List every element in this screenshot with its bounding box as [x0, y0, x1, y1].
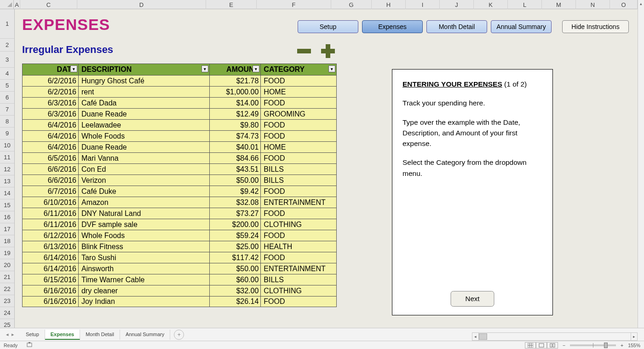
- table-row[interactable]: 6/4/2016Whole Foods$74.73FOOD: [23, 131, 337, 142]
- table-row[interactable]: 6/6/2016Verizon$50.00BILLS: [23, 175, 337, 186]
- sheet-nav-arrows[interactable]: ◂▸: [0, 332, 20, 337]
- vertical-scrollbar[interactable]: ▴: [638, 0, 644, 328]
- table-row[interactable]: 6/3/2016Café Dada$14.00FOOD: [23, 98, 337, 109]
- row-header-12[interactable]: 12: [0, 163, 14, 175]
- table-row[interactable]: 6/4/2016Leelawadee$9.80FOOD: [23, 120, 337, 131]
- cell-cat[interactable]: HOME: [261, 142, 337, 153]
- cell-date[interactable]: 6/16/2016: [23, 297, 79, 307]
- row-header-8[interactable]: 8: [0, 116, 14, 128]
- cell-desc[interactable]: DNY Natural Land: [78, 208, 209, 219]
- cell-amt[interactable]: $73.27: [209, 208, 261, 219]
- cell-amt[interactable]: $1,000.00: [209, 87, 261, 98]
- table-header-category[interactable]: CATEGORY▾: [261, 64, 337, 76]
- table-row[interactable]: 6/4/2016Duane Reade$40.01HOME: [23, 142, 337, 153]
- row-header-23[interactable]: 23: [0, 295, 14, 307]
- column-header-H[interactable]: H: [372, 0, 406, 9]
- zoom-out-button[interactable]: −: [563, 343, 565, 348]
- table-row[interactable]: 6/7/2016Café Duke$9.42FOOD: [23, 186, 337, 197]
- column-header-O[interactable]: O: [610, 0, 638, 9]
- cell-date[interactable]: 6/10/2016: [23, 197, 79, 208]
- cell-amt[interactable]: $26.14: [209, 297, 261, 307]
- cell-desc[interactable]: Café Duke: [78, 186, 209, 197]
- minus-icon[interactable]: [295, 42, 313, 60]
- cell-desc[interactable]: Café Dada: [78, 98, 209, 109]
- table-row[interactable]: 6/10/2016Amazon$32.08ENTERTAINMENT: [23, 197, 337, 208]
- table-row[interactable]: 6/11/2016DNY Natural Land$73.27FOOD: [23, 208, 337, 219]
- column-header-D[interactable]: D: [77, 0, 206, 9]
- cell-date[interactable]: 6/11/2016: [23, 219, 79, 230]
- sheet-tab-expenses[interactable]: Expenses: [45, 330, 80, 340]
- add-sheet-button[interactable]: +: [174, 330, 184, 340]
- row-header-9[interactable]: 9: [0, 128, 14, 140]
- cell-date[interactable]: 6/3/2016: [23, 98, 79, 109]
- cell-amt[interactable]: $25.00: [209, 241, 261, 252]
- cell-desc[interactable]: dry cleaner: [78, 285, 209, 297]
- row-header-6[interactable]: 6: [0, 92, 14, 104]
- row-header-4[interactable]: 4: [0, 68, 14, 80]
- cell-cat[interactable]: HEALTH: [261, 241, 337, 252]
- cell-date[interactable]: 6/7/2016: [23, 186, 79, 197]
- table-row[interactable]: 6/6/2016Con Ed$43.51BILLS: [23, 164, 337, 175]
- table-row[interactable]: 6/16/2016dry cleaner$32.00CLOTHING: [23, 285, 337, 297]
- cell-date[interactable]: 6/13/2016: [23, 241, 79, 252]
- cell-date[interactable]: 6/6/2016: [23, 175, 79, 186]
- cell-cat[interactable]: FOOD: [261, 153, 337, 164]
- scroll-right-arrow[interactable]: ▸: [631, 333, 637, 340]
- cell-cat[interactable]: FOOD: [261, 76, 337, 87]
- row-header-16[interactable]: 16: [0, 211, 14, 223]
- cell-desc[interactable]: Amazon: [78, 197, 209, 208]
- column-header-J[interactable]: J: [440, 0, 474, 9]
- table-row[interactable]: 6/16/2016Joy Indian$26.14FOOD: [23, 297, 337, 307]
- cell-cat[interactable]: FOOD: [261, 131, 337, 142]
- table-row[interactable]: 6/11/2016DVF sample sale$200.00CLOTHING: [23, 219, 337, 230]
- cell-cat[interactable]: BILLS: [261, 164, 337, 175]
- column-header-N[interactable]: N: [576, 0, 610, 9]
- table-row[interactable]: 6/5/2016Mari Vanna$84.66FOOD: [23, 153, 337, 164]
- row-header-13[interactable]: 13: [0, 175, 14, 187]
- nav-button-month-detail[interactable]: Month Detail: [426, 20, 487, 33]
- cell-desc[interactable]: Con Ed: [78, 164, 209, 175]
- cell-amt[interactable]: $59.24: [209, 230, 261, 241]
- cell-desc[interactable]: Verizon: [78, 175, 209, 186]
- row-header-7[interactable]: 7: [0, 104, 14, 116]
- cell-cat[interactable]: FOOD: [261, 120, 337, 131]
- nav-button-annual-summary[interactable]: Annual Summary: [491, 20, 552, 33]
- filter-dropdown-icon[interactable]: ▾: [201, 65, 208, 72]
- table-row[interactable]: 6/14/2016Ainsworth$50.00ENTERTAINMENT: [23, 263, 337, 274]
- row-header-18[interactable]: 18: [0, 235, 14, 247]
- cell-desc[interactable]: Taro Sushi: [78, 252, 209, 263]
- cell-amt[interactable]: $32.00: [209, 285, 261, 297]
- cell-cat[interactable]: FOOD: [261, 186, 337, 197]
- row-header-1[interactable]: 1: [0, 9, 14, 39]
- page-layout-view-icon[interactable]: [536, 342, 547, 349]
- column-header-A[interactable]: A: [14, 0, 20, 9]
- select-all-corner[interactable]: [0, 0, 14, 9]
- cell-amt[interactable]: $117.42: [209, 252, 261, 263]
- cell-desc[interactable]: Joy Indian: [78, 297, 209, 307]
- cell-cat[interactable]: CLOTHING: [261, 285, 337, 297]
- cell-date[interactable]: 6/16/2016: [23, 285, 79, 297]
- cell-amt[interactable]: $9.42: [209, 186, 261, 197]
- cell-date[interactable]: 6/11/2016: [23, 208, 79, 219]
- cell-date[interactable]: 6/14/2016: [23, 252, 79, 263]
- cell-cat[interactable]: FOOD: [261, 297, 337, 307]
- cell-desc[interactable]: Whole Foods: [78, 131, 209, 142]
- table-row[interactable]: 6/2/2016rent$1,000.00HOME: [23, 87, 337, 98]
- cell-desc[interactable]: Duane Reade: [78, 142, 209, 153]
- cell-amt[interactable]: $21.78: [209, 76, 261, 87]
- cell-date[interactable]: 6/5/2016: [23, 153, 79, 164]
- sheet-tab-setup[interactable]: Setup: [20, 330, 45, 340]
- cell-date[interactable]: 6/12/2016: [23, 230, 79, 241]
- row-header-10[interactable]: 10: [0, 140, 14, 151]
- cell-amt[interactable]: $12.49: [209, 109, 261, 120]
- cell-cat[interactable]: GROOMING: [261, 109, 337, 120]
- next-button[interactable]: Next: [451, 291, 494, 307]
- row-header-19[interactable]: 19: [0, 247, 14, 259]
- page-break-view-icon[interactable]: [547, 342, 558, 349]
- filter-dropdown-icon[interactable]: ▾: [253, 65, 259, 72]
- cell-desc[interactable]: Ainsworth: [78, 263, 209, 274]
- cell-amt[interactable]: $14.00: [209, 98, 261, 109]
- filter-dropdown-icon[interactable]: ▾: [328, 65, 335, 72]
- column-header-F[interactable]: F: [257, 0, 331, 9]
- cell-date[interactable]: 6/14/2016: [23, 263, 79, 274]
